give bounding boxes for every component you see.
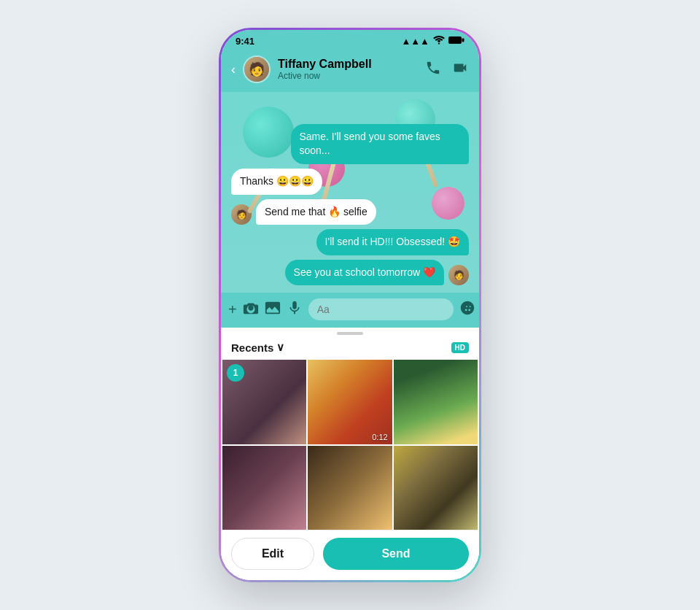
photo-item-4[interactable] xyxy=(222,446,306,530)
chevron-down-icon: ∨ xyxy=(276,341,284,354)
decoration-ball-1 xyxy=(243,107,294,158)
wifi-icon xyxy=(433,36,445,47)
edit-button[interactable]: Edit xyxy=(231,538,314,570)
message-input[interactable] xyxy=(308,298,454,320)
chat-header: ‹ 🧑 Tiffany Campbell Active now xyxy=(221,50,479,92)
status-icons: ▲▲▲ xyxy=(401,36,464,47)
battery-icon xyxy=(448,36,464,47)
photo-item-3[interactable] xyxy=(394,360,478,444)
contact-status: Active now xyxy=(278,71,418,81)
video-duration: 0:12 xyxy=(372,433,387,441)
photo-item-1[interactable]: 1 xyxy=(222,360,306,444)
gallery-icon[interactable] xyxy=(265,300,281,320)
photo-grid: 1 0:12 xyxy=(221,360,479,530)
plus-icon[interactable]: + xyxy=(228,301,237,318)
svg-rect-0 xyxy=(448,36,462,44)
status-bar: 9:41 ▲▲▲ xyxy=(221,30,479,50)
signal-icon: ▲▲▲ xyxy=(401,36,429,47)
header-actions xyxy=(425,60,469,80)
call-icon[interactable] xyxy=(425,60,441,80)
send-button[interactable]: Send xyxy=(323,538,469,570)
message-bubble-1: Same. I'll send you some faves soon... xyxy=(291,124,470,164)
video-call-icon[interactable] xyxy=(451,60,469,80)
photo-item-6[interactable] xyxy=(394,446,478,530)
photo-item-2[interactable]: 0:12 xyxy=(308,360,392,444)
back-button[interactable]: ‹ xyxy=(231,62,236,77)
message-bubble-3: Send me that 🔥 selfie xyxy=(256,199,376,225)
photo-picker: Recents ∨ HD 1 0:12 Edit Send xyxy=(221,328,479,580)
chat-area: Same. I'll send you some faves soon... T… xyxy=(221,92,479,293)
decoration-ball-4 xyxy=(432,187,464,220)
phone-frame: 9:41 ▲▲▲ ‹ 🧑 xyxy=(219,28,481,582)
status-time: 9:41 xyxy=(236,36,254,47)
contact-avatar: 🧑 xyxy=(243,55,271,83)
message-bubble-4: I'll send it HD!!! Obsessed! 🤩 xyxy=(316,229,469,255)
message-bubble-5: See you at school tomorrow ❤️ xyxy=(285,260,444,286)
input-bar: + 😊 xyxy=(221,293,479,328)
emoji-icon[interactable] xyxy=(459,300,475,320)
photo-item-5[interactable] xyxy=(308,446,392,530)
message-row-4: I'll send it HD!!! Obsessed! 🤩 xyxy=(231,229,469,255)
picker-header: Recents ∨ HD xyxy=(221,338,479,360)
contact-info: Tiffany Campbell Active now xyxy=(278,58,418,81)
recents-label[interactable]: Recents ∨ xyxy=(231,341,284,354)
svg-rect-1 xyxy=(462,39,464,42)
message-bubble-2: Thanks 😀😀😀 xyxy=(231,169,322,195)
contact-name: Tiffany Campbell xyxy=(278,58,418,71)
avatar-image: 🧑 xyxy=(244,57,269,82)
selection-badge-1: 1 xyxy=(227,364,244,382)
drag-handle[interactable] xyxy=(337,332,363,335)
camera-icon[interactable] xyxy=(243,300,259,320)
bottom-actions: Edit Send xyxy=(221,530,479,580)
outgoing-avatar: 🧑 xyxy=(448,265,469,285)
hd-badge[interactable]: HD xyxy=(451,342,469,353)
message-row-5: See you at school tomorrow ❤️ 🧑 xyxy=(231,260,469,286)
mic-icon[interactable] xyxy=(287,300,303,320)
